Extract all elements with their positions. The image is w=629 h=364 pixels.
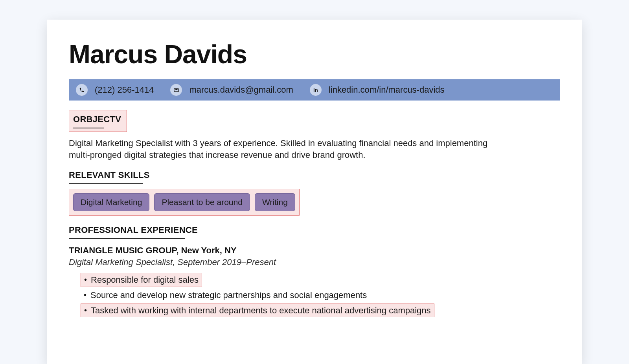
candidate-name: Marcus Davids [69, 39, 560, 69]
linkedin-text: linkedin.com/in/marcus-davids [329, 85, 445, 95]
resume-page: Marcus Davids (212) 256-1414 marcus.davi… [47, 20, 582, 364]
list-item: • Responsible for digital sales [81, 273, 560, 287]
bullet-text: Source and develop new strategic partner… [90, 289, 367, 301]
job-role: Digital Marketing Specialist, September … [69, 257, 560, 267]
contact-email: marcus.davids@gmail.com [170, 84, 293, 96]
skills-section: RELEVANT SKILLS Digital Marketing Pleasa… [69, 170, 560, 216]
list-item: • Tasked with working with internal depa… [81, 304, 560, 318]
job-company: TRIANGLE MUSIC GROUP, New York, NY [69, 245, 560, 256]
underline [69, 238, 185, 239]
skills-highlight: Digital Marketing Pleasant to be around … [69, 189, 300, 216]
bullet-highlight: • Responsible for digital sales [81, 273, 202, 287]
skill-pill: Pleasant to be around [154, 193, 250, 211]
objective-heading-highlight: ORBJECTV [69, 110, 127, 132]
email-icon [170, 84, 182, 96]
objective-text: Digital Marketing Specialist with 3 year… [69, 137, 501, 161]
experience-heading: PROFESSIONAL EXPERIENCE [69, 225, 198, 235]
underline [73, 128, 104, 128]
phone-text: (212) 256-1414 [95, 85, 154, 95]
contact-bar: (212) 256-1414 marcus.davids@gmail.com i… [69, 79, 560, 101]
bullet-text: Tasked with working with internal depart… [91, 305, 431, 316]
bullet-icon: • [84, 305, 87, 316]
underline [69, 183, 143, 184]
skill-pill: Writing [255, 193, 295, 211]
contact-phone: (212) 256-1414 [76, 84, 154, 96]
email-text: marcus.davids@gmail.com [189, 85, 293, 95]
bullet-highlight: • Tasked with working with internal depa… [81, 304, 434, 318]
phone-icon [76, 84, 88, 96]
job-bullets: • Responsible for digital sales • Source… [69, 273, 560, 317]
objective-section: ORBJECTV Digital Marketing Specialist wi… [69, 110, 560, 161]
skills-heading: RELEVANT SKILLS [69, 170, 150, 180]
bullet-text: Responsible for digital sales [91, 274, 199, 286]
experience-section: PROFESSIONAL EXPERIENCE TRIANGLE MUSIC G… [69, 225, 560, 317]
objective-heading: ORBJECTV [73, 114, 121, 124]
linkedin-icon: in [310, 84, 322, 96]
skill-pill: Digital Marketing [73, 193, 149, 211]
list-item: • Source and develop new strategic partn… [81, 289, 560, 301]
contact-linkedin: in linkedin.com/in/marcus-davids [310, 84, 445, 96]
bullet-icon: • [84, 289, 86, 300]
bullet-icon: • [84, 274, 87, 285]
